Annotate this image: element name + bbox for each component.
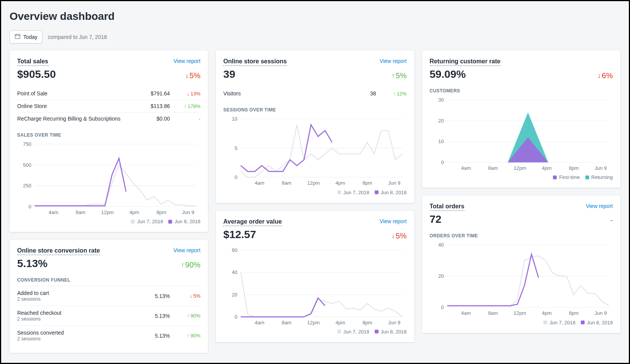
- legend-swatch-icon: [375, 190, 379, 194]
- svg-text:4am: 4am: [255, 320, 265, 325]
- legend-swatch-icon: [581, 321, 585, 324]
- legend-swatch-icon: [131, 220, 135, 224]
- orders-chart: 020404am8am12pm4pm8pmJun 9: [430, 242, 613, 316]
- svg-text:5: 5: [235, 145, 237, 151]
- arrow-up-icon: ↑: [393, 91, 396, 97]
- chart-legend: Jun 7, 2018 Jun 8, 2018: [430, 320, 613, 325]
- svg-text:Jun 9: Jun 9: [595, 311, 607, 316]
- legend-swatch-icon: [168, 220, 172, 224]
- svg-text:12pm: 12pm: [307, 180, 320, 186]
- orders-delta: -: [610, 216, 613, 225]
- row-label: ReCharge Recurring Billing & Subscriptio…: [17, 116, 135, 122]
- sessions-value: 39: [223, 68, 235, 81]
- card-title-total-sales: Total sales: [17, 58, 48, 66]
- svg-text:Jun 9: Jun 9: [388, 320, 401, 325]
- aov-delta: ↓5%: [392, 232, 407, 240]
- card-title-orders: Total orders: [430, 203, 464, 211]
- funnel-value: 5.13%: [139, 333, 170, 339]
- row-value: 38: [346, 90, 376, 97]
- svg-text:0: 0: [441, 304, 444, 310]
- sessions-delta: ↑5%: [392, 71, 407, 80]
- row-value: $0.00: [139, 116, 170, 122]
- svg-text:8pm: 8pm: [363, 180, 372, 186]
- sessions-chart: 05104am8am12pm4pm8pmJun 9: [223, 116, 406, 187]
- legend-swatch-icon: [553, 176, 557, 179]
- legend-swatch-icon: [585, 176, 589, 179]
- svg-text:4am: 4am: [461, 311, 471, 316]
- svg-text:40: 40: [438, 242, 444, 248]
- legend-swatch-icon: [337, 330, 341, 333]
- card-title-sessions: Online store sessions: [223, 58, 287, 66]
- svg-text:60: 60: [232, 247, 238, 253]
- svg-text:8am: 8am: [76, 209, 85, 215]
- section-label-sessions-over-time: SESSIONS OVER TIME: [223, 107, 406, 113]
- svg-text:12pm: 12pm: [307, 320, 320, 325]
- funnel-value: 5.13%: [139, 313, 170, 319]
- svg-text:0: 0: [235, 314, 237, 319]
- conversion-funnel: Added to cart2 sessions 5.13% ↓5% Reache…: [17, 286, 200, 345]
- arrow-up-icon: ↑: [181, 261, 184, 269]
- funnel-sublabel: 2 sessions: [17, 296, 135, 302]
- row-label: Visitors: [223, 90, 342, 97]
- svg-text:12pm: 12pm: [514, 165, 526, 171]
- svg-text:8am: 8am: [282, 320, 292, 325]
- arrow-down-icon: ↓: [185, 72, 189, 80]
- card-title-returning: Returning customer rate: [430, 58, 501, 66]
- svg-text:30: 30: [438, 97, 444, 103]
- svg-text:10: 10: [438, 139, 444, 144]
- total-sales-delta: ↓5%: [185, 71, 200, 80]
- view-report-link[interactable]: View report: [380, 58, 407, 64]
- conversion-value: 5.13%: [17, 258, 47, 270]
- aov-value: $12.57: [223, 229, 256, 241]
- returning-delta: ↓6%: [598, 71, 613, 80]
- funnel-sublabel: 2 sessions: [17, 316, 135, 322]
- card-conversion-rate: Online store conversion rate View report…: [10, 240, 208, 353]
- card-aov: Average order value View report $12.57 ↓…: [216, 211, 414, 342]
- view-report-link[interactable]: View report: [380, 218, 407, 224]
- date-picker-button[interactable]: Today: [10, 30, 42, 43]
- svg-text:8am: 8am: [488, 311, 498, 316]
- row-change: ↓13%: [174, 91, 200, 97]
- returning-value: 59.09%: [430, 68, 466, 81]
- funnel-sublabel: 2 sessions: [17, 336, 135, 341]
- card-title-conversion: Online store conversion rate: [17, 247, 100, 255]
- funnel-label: Added to cart: [17, 290, 135, 296]
- section-label-funnel: CONVERSION FUNNEL: [17, 277, 200, 283]
- view-report-link[interactable]: View report: [174, 247, 201, 253]
- svg-text:4am: 4am: [49, 209, 59, 215]
- view-report-link[interactable]: View report: [586, 203, 613, 209]
- row-value: $113.86: [139, 103, 170, 109]
- svg-text:20: 20: [232, 292, 238, 297]
- legend-swatch-icon: [375, 330, 379, 333]
- card-total-orders: Total orders View report 72 - ORDERS OVE…: [422, 195, 620, 333]
- arrow-up-icon: ↑: [184, 103, 187, 109]
- card-returning-rate: Returning customer rate 59.09% ↓6% CUSTO…: [422, 50, 620, 188]
- svg-text:Jun 9: Jun 9: [595, 165, 607, 171]
- dashboard-grid: Total sales View report $905.50 ↓5% Poin…: [10, 50, 620, 353]
- chart-legend: First-time Returning: [430, 174, 613, 180]
- arrow-down-icon: ↓: [392, 232, 395, 240]
- svg-text:8pm: 8pm: [569, 165, 579, 171]
- row-value: $791.64: [139, 90, 170, 97]
- arrow-down-icon: ↓: [187, 91, 190, 97]
- svg-text:8pm: 8pm: [156, 209, 166, 215]
- section-label-customers: CUSTOMERS: [430, 88, 613, 93]
- calendar-icon: [15, 33, 21, 40]
- compared-to-label: compared to Jun 7, 2018: [48, 34, 107, 40]
- legend-swatch-icon: [337, 190, 341, 194]
- total-sales-value: $905.50: [17, 68, 56, 81]
- row-label: Online Store: [17, 103, 135, 109]
- svg-text:4pm: 4pm: [336, 320, 346, 325]
- svg-text:20: 20: [438, 118, 444, 124]
- card-sessions: Online store sessions View report 39 ↑5%…: [216, 50, 414, 203]
- svg-text:8pm: 8pm: [569, 311, 579, 316]
- legend-swatch-icon: [543, 321, 547, 324]
- arrow-up-icon: ↑: [392, 72, 395, 80]
- section-label-sales-over-time: SALES OVER TIME: [17, 132, 200, 138]
- view-report-link[interactable]: View report: [174, 58, 201, 64]
- sales-breakdown-table: Point of Sale $791.64 ↓13% Online Store …: [17, 87, 200, 125]
- svg-text:Jun 9: Jun 9: [388, 180, 401, 186]
- svg-text:8pm: 8pm: [363, 320, 372, 325]
- funnel-change: ↑90%: [174, 333, 200, 338]
- svg-text:0: 0: [29, 204, 31, 209]
